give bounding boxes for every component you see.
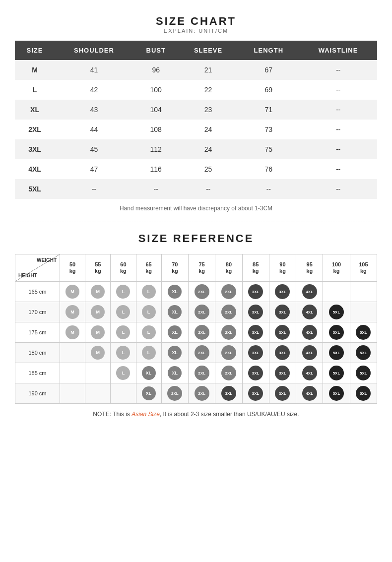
size-circle: 4XL: [302, 284, 317, 299]
ref-size-cell: 2XL: [188, 363, 215, 383]
size-table-cell: 3XL: [15, 139, 55, 159]
size-circle: 4XL: [302, 386, 317, 401]
ref-size-cell: L: [136, 343, 161, 363]
ref-table-row: 180 cmMLLXL2XL2XL3XL3XL4XL5XL5XL: [15, 343, 377, 363]
ref-size-cell: 3XL: [269, 363, 296, 383]
ref-size-cell: M: [85, 302, 111, 322]
size-table-cell: 71: [238, 100, 300, 120]
size-table-header-cell: LENGTH: [238, 41, 300, 60]
size-circle: 5XL: [356, 325, 371, 340]
size-table-row: L421002269--: [15, 80, 377, 100]
size-circle: XL: [142, 366, 156, 380]
size-circle: M: [65, 285, 79, 299]
ref-size-cell: L: [111, 282, 136, 302]
ref-size-cell: 4XL: [296, 343, 323, 363]
ref-size-cell: 3XL: [269, 322, 296, 343]
ref-size-cell: [350, 282, 377, 302]
size-table-cell: 25: [179, 159, 238, 179]
ref-size-cell: 3XL: [269, 383, 296, 404]
size-circle: 3XL: [275, 325, 290, 340]
ref-size-cell: 2XL: [215, 343, 242, 363]
weight-header-cell: 90kg: [269, 254, 296, 282]
weight-header-cell: 85kg: [242, 254, 269, 282]
ref-table-row: 170 cmMMLLXL2XL2XL3XL3XL4XL5XL: [15, 302, 377, 322]
ref-size-cell: 3XL: [242, 363, 269, 383]
size-circle: XL: [168, 325, 182, 339]
size-circle: L: [116, 346, 130, 360]
ref-size-cell: 2XL: [161, 383, 188, 404]
size-table-cell: --: [299, 179, 377, 199]
size-circle: M: [91, 325, 105, 339]
size-reference-title: SIZE REFERENCE: [15, 232, 377, 245]
size-table-cell: 24: [179, 139, 238, 159]
size-circle: 2XL: [167, 386, 182, 401]
ref-size-cell: 4XL: [296, 282, 323, 302]
weight-header-cell: 100kg: [323, 254, 350, 282]
size-table-cell: 43: [55, 100, 133, 120]
ref-size-cell: [323, 282, 350, 302]
weight-header-cell: 105kg: [350, 254, 377, 282]
height-cell: 180 cm: [15, 343, 60, 363]
size-chart-subtitle: EXPLAIN: UNIT/CM: [15, 28, 377, 34]
ref-size-cell: M: [60, 302, 85, 322]
ref-size-cell: 4XL: [296, 322, 323, 343]
size-circle: 5XL: [329, 305, 344, 319]
ref-size-cell: 2XL: [188, 343, 215, 363]
size-circle: 3XL: [275, 305, 290, 319]
height-cell: 165 cm: [15, 282, 60, 302]
size-circle: 2XL: [195, 366, 209, 380]
ref-size-cell: 5XL: [350, 322, 377, 343]
size-circle: 2XL: [221, 345, 236, 360]
size-table-cell: M: [15, 60, 55, 80]
size-table-cell: --: [299, 139, 377, 159]
ref-size-cell: M: [85, 343, 111, 363]
ref-size-cell: 2XL: [188, 322, 215, 343]
weight-header-cell: 75kg: [188, 254, 215, 282]
size-table-cell: XL: [15, 100, 55, 120]
size-table-row: M41962167--: [15, 60, 377, 80]
ref-size-cell: 2XL: [188, 383, 215, 404]
size-table-cell: 2XL: [15, 120, 55, 139]
size-circle: 5XL: [329, 366, 344, 380]
ref-size-cell: L: [136, 322, 161, 343]
size-table-header-cell: WAISTLINE: [299, 41, 377, 60]
size-table-cell: --: [133, 179, 179, 199]
size-circle: XL: [168, 366, 182, 380]
size-circle: 2XL: [195, 284, 209, 299]
size-circle: 3XL: [248, 305, 263, 319]
size-table-cell: --: [299, 60, 377, 80]
size-table-cell: 96: [133, 60, 179, 80]
size-circle: 5XL: [329, 345, 344, 360]
size-table-cell: 100: [133, 80, 179, 100]
size-circle: 5XL: [356, 345, 371, 360]
size-circle: 3XL: [221, 386, 236, 401]
size-table-cell: --: [299, 120, 377, 139]
ref-size-cell: 5XL: [323, 383, 350, 404]
size-table-cell: 4XL: [15, 159, 55, 179]
size-circle: 4XL: [302, 345, 317, 360]
ref-table-row: 165 cmMMLLXL2XL2XL3XL3XL4XL: [15, 282, 377, 302]
size-table-cell: 104: [133, 100, 179, 120]
ref-size-cell: 2XL: [215, 363, 242, 383]
ref-size-cell: 5XL: [323, 363, 350, 383]
section-divider: [15, 222, 377, 222]
height-cell: 170 cm: [15, 302, 60, 322]
ref-size-cell: 2XL: [215, 302, 242, 322]
ref-size-cell: XL: [136, 363, 161, 383]
size-table-cell: 45: [55, 139, 133, 159]
ref-size-cell: [85, 383, 111, 404]
ref-size-cell: 3XL: [269, 302, 296, 322]
size-circle: 5XL: [329, 325, 344, 340]
size-circle: 5XL: [356, 366, 371, 380]
size-circle: M: [91, 305, 105, 319]
size-circle: 5XL: [329, 386, 344, 401]
size-circle: L: [142, 305, 156, 319]
size-table-cell: 5XL: [15, 179, 55, 199]
size-circle: 3XL: [248, 366, 263, 380]
size-circle: 2XL: [221, 284, 236, 299]
ref-size-cell: 3XL: [242, 343, 269, 363]
size-circle: 2XL: [195, 325, 209, 340]
size-circle: M: [91, 346, 105, 360]
size-circle: 3XL: [248, 386, 263, 401]
ref-size-cell: 3XL: [242, 282, 269, 302]
